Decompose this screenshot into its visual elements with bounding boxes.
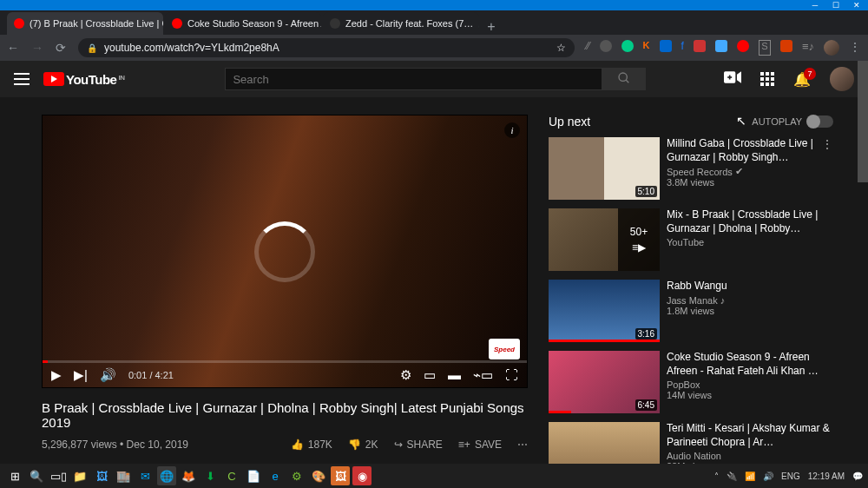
rec-thumbnail: 50+≡▶ xyxy=(549,208,660,271)
start-menu-icon[interactable]: ⊞ xyxy=(5,466,24,485)
nav-forward-icon[interactable]: → xyxy=(31,41,43,55)
window-maximize[interactable]: ☐ xyxy=(832,1,840,10)
tray-volume-icon[interactable]: 🔊 xyxy=(763,472,773,481)
more-actions-button[interactable]: ⋯ xyxy=(517,439,528,451)
task-view-icon[interactable]: ▭▯ xyxy=(49,466,68,485)
tray-power-icon[interactable]: 🔌 xyxy=(727,472,737,481)
rec-more-icon[interactable]: ⋮ xyxy=(821,137,833,151)
tray-language[interactable]: ENG xyxy=(781,472,800,481)
nav-reload-icon[interactable]: ⟳ xyxy=(56,41,66,55)
upnext-header: Up next ↖ AUTOPLAY xyxy=(549,115,833,129)
rec-title: Millind Gaba | Crossblade Live | Gurnaza… xyxy=(667,137,814,164)
miniplayer-icon[interactable]: ▭ xyxy=(424,367,436,383)
ext-icon[interactable] xyxy=(694,40,706,52)
mouse-cursor-icon: ↖ xyxy=(736,114,746,128)
rec-title: Rabb Wangu xyxy=(667,280,833,293)
search-button[interactable] xyxy=(602,68,646,90)
star-icon[interactable]: ☆ xyxy=(556,42,566,54)
taskbar-app-icon[interactable]: 📁 xyxy=(70,466,89,485)
new-tab-button[interactable]: + xyxy=(481,19,502,35)
hamburger-menu-icon[interactable] xyxy=(14,73,30,85)
autoplay-toggle[interactable] xyxy=(807,115,833,128)
video-player[interactable]: i Speed ▶ ▶| 🔊 0:01 / 4:21 ⚙ ▭ ▬ ⌁▭ ⛶ xyxy=(42,115,528,388)
dislike-button[interactable]: 👎2K xyxy=(348,439,378,451)
taskbar-edge-icon[interactable]: e xyxy=(266,466,285,485)
ext-icon[interactable] xyxy=(600,40,612,52)
ext-grammarly-icon[interactable] xyxy=(621,40,634,52)
volume-icon[interactable]: 🔊 xyxy=(100,367,116,383)
play-icon[interactable]: ▶ xyxy=(51,367,62,383)
taskbar-app-icon[interactable]: ✉ xyxy=(135,466,155,485)
fullscreen-icon[interactable]: ⛶ xyxy=(505,367,518,383)
browser-tab[interactable]: Zedd - Clarity feat. Foxes (7… 🔊 × xyxy=(323,12,479,35)
ext-facebook-icon[interactable]: f xyxy=(681,40,684,56)
tray-chevron-icon[interactable]: ˄ xyxy=(714,472,719,481)
cast-icon[interactable]: ⌁▭ xyxy=(473,367,493,383)
favicon-youtube-icon xyxy=(172,18,182,29)
rec-thumbnail: 6:45 xyxy=(549,351,660,413)
taskbar-app-icon[interactable]: 🎨 xyxy=(309,466,328,485)
info-card-icon[interactable]: i xyxy=(504,122,520,138)
recommendation-item[interactable]: 6:45 Coke Studio Season 9 - Afreen Afree… xyxy=(549,351,833,413)
user-avatar[interactable] xyxy=(830,67,854,91)
watched-progress xyxy=(549,411,571,413)
taskbar-app-icon[interactable]: ⚙ xyxy=(287,466,306,485)
tray-clock[interactable]: 12:19 AM xyxy=(808,472,845,481)
browser-profile-avatar[interactable] xyxy=(824,40,839,56)
like-button[interactable]: 👍187K xyxy=(291,439,332,451)
theater-mode-icon[interactable]: ▬ xyxy=(448,367,461,383)
settings-gear-icon[interactable]: ⚙ xyxy=(400,367,411,383)
tray-notifications-icon[interactable]: 💬 xyxy=(852,472,863,481)
address-bar[interactable]: 🔒 youtube.com/watch?v=YLkdm2pe8hA ☆ xyxy=(78,38,575,57)
video-title: B Praak | Crossblade Live | Gurnazar | D… xyxy=(42,400,528,430)
channel-watermark[interactable]: Speed xyxy=(489,339,520,359)
next-icon[interactable]: ▶| xyxy=(74,367,88,383)
recommendation-item[interactable]: 50+≡▶ Mix - B Praak | Crossblade Live | … xyxy=(549,208,833,271)
ext-icon[interactable]: K xyxy=(643,40,650,56)
tab-audio-icon[interactable]: 🔊 xyxy=(478,18,479,29)
apps-grid-icon[interactable] xyxy=(760,72,774,86)
ext-icon[interactable]: S xyxy=(759,40,771,56)
taskbar-app-icon[interactable]: ◉ xyxy=(352,466,372,485)
window-close[interactable]: ✕ xyxy=(852,1,861,10)
autoplay-label: AUTOPLAY xyxy=(752,116,802,127)
ext-icon[interactable]: ≡♪ xyxy=(802,40,814,56)
search-icon[interactable]: 🔍 xyxy=(27,466,46,485)
ext-icon[interactable] xyxy=(660,40,672,52)
tray-network-icon[interactable]: 📶 xyxy=(745,472,755,481)
create-video-icon[interactable] xyxy=(724,71,741,87)
recommendation-item[interactable]: 5:10 Millind Gaba | Crossblade Live | Gu… xyxy=(549,137,833,200)
page-scrollbar[interactable] xyxy=(858,61,868,464)
browser-tab[interactable]: Coke Studio Season 9 - Afreen A… × xyxy=(165,12,321,35)
browser-menu-icon[interactable]: ⋮ xyxy=(849,40,861,56)
save-button[interactable]: ≡+SAVE xyxy=(458,439,502,451)
search-input[interactable] xyxy=(225,68,602,90)
scroll-thumb[interactable] xyxy=(858,61,868,182)
ext-office-icon[interactable] xyxy=(780,40,792,52)
recommendation-list: 5:10 Millind Gaba | Crossblade Live | Gu… xyxy=(549,137,833,485)
rec-title: Teri Mitti - Kesari | Akshay Kumar & Par… xyxy=(667,422,833,449)
ext-icon[interactable] xyxy=(715,40,727,52)
favicon-youtube-icon xyxy=(14,18,24,29)
recommendation-item[interactable]: 3:16 Rabb Wangu Jass Manak ♪ 1.8M views xyxy=(549,280,833,342)
taskbar-app-icon[interactable]: C xyxy=(222,466,241,485)
nav-back-icon[interactable]: ← xyxy=(7,41,19,55)
taskbar-app-icon[interactable]: 📄 xyxy=(244,466,263,485)
browser-tab-active[interactable]: (7) B Praak | Crossblade Live | Gu… 🔇 × xyxy=(7,12,163,35)
notifications-icon[interactable]: 🔔7 xyxy=(793,71,811,88)
tab-title: Zedd - Clarity feat. Foxes (7… xyxy=(345,18,473,29)
ext-icon[interactable] xyxy=(737,40,749,52)
header-actions: 🔔7 xyxy=(724,67,854,91)
youtube-logo[interactable]: YouTube IN xyxy=(43,72,124,87)
windows-taskbar: ⊞ 🔍 ▭▯ 📁 🖼 🏬 ✉ 🌐 🦊 ⬇ C 📄 e ⚙ 🎨 🖼 ◉ ˄ 🔌 📶… xyxy=(0,464,868,488)
taskbar-app-icon[interactable]: 🏬 xyxy=(114,466,133,485)
playlist-add-icon: ≡+ xyxy=(458,439,470,451)
taskbar-chrome-icon[interactable]: 🌐 xyxy=(157,466,176,485)
taskbar-app-icon[interactable]: 🦊 xyxy=(179,466,198,485)
taskbar-app-icon[interactable]: 🖼 xyxy=(92,466,111,485)
window-minimize[interactable]: ─ xyxy=(811,1,819,10)
share-button[interactable]: ↪SHARE xyxy=(394,439,443,451)
taskbar-photos-icon[interactable]: 🖼 xyxy=(331,466,350,485)
ext-icon[interactable]: ⁄⁄ xyxy=(587,40,590,56)
taskbar-app-icon[interactable]: ⬇ xyxy=(201,466,220,485)
